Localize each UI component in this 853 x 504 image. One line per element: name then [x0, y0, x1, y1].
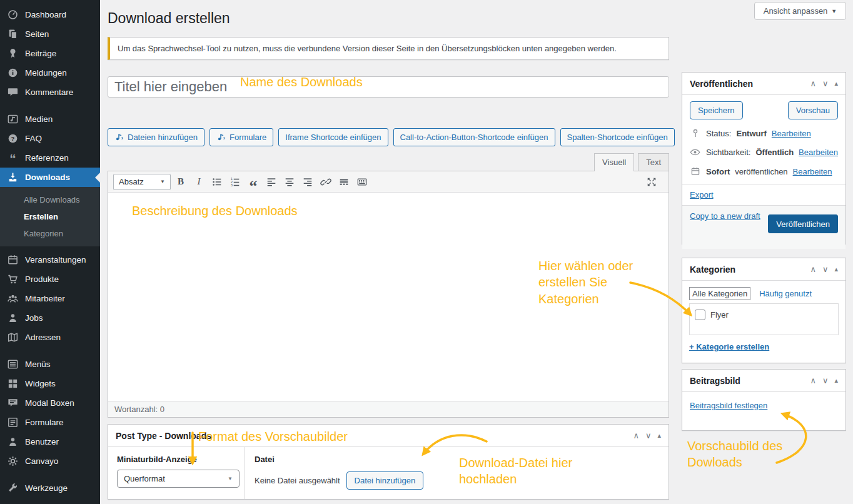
info-icon — [6, 67, 19, 79]
move-up-icon[interactable]: ∧ — [810, 79, 816, 88]
forms-button[interactable]: Formulare — [209, 128, 273, 146]
link-icon — [320, 176, 331, 188]
sidebar-item-formulare[interactable]: Formulare — [0, 413, 100, 432]
submenu-item-alle-downloads[interactable]: Alle Downloads — [0, 191, 100, 208]
submenu-item-kategorien[interactable]: Kategorien — [0, 225, 100, 242]
add-file-button[interactable]: Datei hinzufügen — [346, 471, 424, 490]
person-icon — [6, 312, 19, 325]
copy-to-draft-link[interactable]: Copy to a new draft — [690, 211, 760, 221]
move-down-icon[interactable]: ∨ — [822, 265, 829, 274]
sidebar-item-veranstaltungen[interactable]: Veranstaltungen — [0, 250, 100, 270]
annotation-preview: Vorschaubild des Dowloads — [687, 438, 797, 471]
export-link[interactable]: Export — [690, 190, 714, 199]
sidebar-item-referenzen[interactable]: “ Referenzen — [0, 148, 100, 168]
submenu-item-erstellen[interactable]: Erstellen — [0, 208, 100, 225]
sidebar-item-werkzeuge[interactable]: Werkzeuge — [0, 478, 100, 498]
collapse-panel-icon[interactable]: ▴ — [834, 265, 838, 273]
media-buttons-row: Dateien hinzufügen Formulare Iframe Shor… — [108, 128, 669, 146]
sidebar-item-benutzer[interactable]: Benutzer — [0, 432, 100, 451]
category-label: Flyer — [710, 310, 729, 320]
move-down-icon[interactable]: ∨ — [822, 79, 829, 88]
sidebar-item-mitarbeiter[interactable]: Mitarbeiter — [0, 289, 100, 308]
gear-icon — [6, 455, 19, 468]
cta-shortcode-button[interactable]: Call-to-Action-Button-Shortcode einfügen — [393, 128, 555, 146]
cta-shortcode-label: Call-to-Action-Button-Shortcode einfügen — [400, 133, 548, 142]
calendar-icon — [690, 166, 701, 176]
collapse-panel-icon[interactable]: ▴ — [657, 431, 661, 440]
sidebar-item-faq[interactable]: ? FAQ — [0, 129, 100, 148]
iframe-shortcode-button[interactable]: Iframe Shortcode einfügen — [278, 128, 388, 146]
tab-visual[interactable]: Visuell — [594, 153, 634, 171]
groups-icon — [6, 293, 19, 305]
sidebar-item-label: Canvayo — [25, 456, 58, 466]
move-up-icon[interactable]: ∧ — [810, 265, 816, 274]
modal-icon — [6, 397, 19, 410]
fullscreen-button[interactable] — [644, 174, 660, 190]
schedule-row: Sofort veröffentlichen Bearbeiten — [690, 166, 838, 176]
read-more-button[interactable] — [336, 174, 352, 190]
menu-list-icon — [6, 358, 19, 371]
align-right-button[interactable] — [300, 174, 316, 190]
bulleted-list-button[interactable] — [209, 174, 225, 190]
add-files-button[interactable]: Dateien hinzufügen — [108, 128, 204, 146]
sidebar-item-dashboard[interactable]: Dashboard — [0, 5, 100, 24]
toolbar-toggle-button[interactable] — [354, 174, 370, 190]
edit-status-link[interactable]: Bearbeiten — [772, 129, 811, 138]
iframe-shortcode-label: Iframe Shortcode einfügen — [285, 133, 381, 142]
screen-options-button[interactable]: Ansicht anpassen ▼ — [754, 2, 846, 20]
sidebar-item-beitraege[interactable]: Beiträge — [0, 44, 100, 63]
publish-button[interactable]: Veröffentlichen — [768, 214, 838, 233]
move-down-icon[interactable]: ∨ — [822, 376, 829, 385]
align-left-button[interactable] — [263, 174, 280, 190]
tab-all-categories[interactable]: Alle Kategorien — [689, 287, 750, 300]
user-icon — [6, 436, 19, 448]
tab-frequently-used[interactable]: Häufig genutzt — [759, 289, 812, 298]
numbered-list-button[interactable]: 123 — [227, 174, 243, 190]
sidebar-item-adressen[interactable]: Adressen — [0, 328, 100, 347]
align-center-button[interactable] — [281, 174, 298, 190]
columns-shortcode-button[interactable]: Spalten-Shortcode einfügen — [560, 128, 675, 146]
sidebar-item-jobs[interactable]: Jobs — [0, 308, 100, 328]
sidebar-item-meldungen[interactable]: Meldungen — [0, 63, 100, 83]
move-up-icon[interactable]: ∧ — [633, 431, 639, 440]
set-featured-image-link[interactable]: Beitragsbild festlegen — [690, 401, 767, 410]
sidebar-item-menues[interactable]: Menüs — [0, 355, 100, 374]
category-checkbox[interactable] — [695, 310, 705, 320]
thumbnail-display-select[interactable]: Querformat ▼ — [117, 470, 240, 488]
sidebar-item-label: Meldungen — [25, 68, 67, 78]
sidebar-item-modal-boxen[interactable]: Modal Boxen — [0, 393, 100, 413]
link-button[interactable] — [318, 174, 334, 190]
sidebar-item-seiten[interactable]: Seiten — [0, 24, 100, 44]
sidebar-item-medien[interactable]: Medien — [0, 109, 100, 129]
notice-text: Um das Sprachwechsel-Tool zu nutzen, mus… — [118, 44, 617, 53]
collapse-panel-icon[interactable]: ▴ — [834, 376, 838, 385]
bold-button[interactable]: B — [173, 174, 189, 190]
sidebar-item-downloads[interactable]: Downloads — [0, 168, 100, 187]
sidebar-item-produkte[interactable]: Produkte — [0, 270, 100, 289]
move-up-icon[interactable]: ∧ — [810, 376, 816, 385]
categories-panel-header: Kategorien ∧ ∨ ▴ — [682, 258, 845, 281]
sidebar-item-kommentare[interactable]: Kommentare — [0, 83, 100, 102]
add-category-link[interactable]: + Kategorie erstellen — [689, 342, 769, 351]
visibility-row: Sichtbarkeit: Öffentlich Bearbeiten — [690, 147, 838, 158]
category-list: Flyer — [689, 303, 839, 335]
eye-icon — [690, 147, 701, 158]
move-down-icon[interactable]: ∨ — [645, 431, 652, 440]
edit-schedule-link[interactable]: Bearbeiten — [793, 167, 832, 176]
format-select[interactable]: Absatz ▼ — [113, 174, 171, 190]
preview-button[interactable]: Vorschau — [788, 101, 838, 119]
italic-button[interactable]: I — [191, 174, 207, 190]
edit-visibility-link[interactable]: Bearbeiten — [799, 148, 838, 157]
save-draft-button[interactable]: Speichern — [690, 101, 743, 119]
collapse-panel-icon[interactable]: ▴ — [834, 79, 838, 88]
blockquote-button[interactable]: “ — [245, 174, 261, 190]
sidebar-item-label: Werkzeuge — [25, 483, 68, 493]
visibility-label: Sichtbarkeit: — [706, 148, 751, 157]
sidebar-item-widgets[interactable]: Widgets — [0, 374, 100, 393]
media-icon — [114, 133, 124, 142]
tab-text[interactable]: Text — [638, 153, 669, 171]
dashboard-icon — [6, 9, 19, 21]
map-icon — [6, 331, 19, 344]
post-title-input[interactable] — [108, 76, 669, 98]
sidebar-item-canvayo[interactable]: Canvayo — [0, 451, 100, 471]
